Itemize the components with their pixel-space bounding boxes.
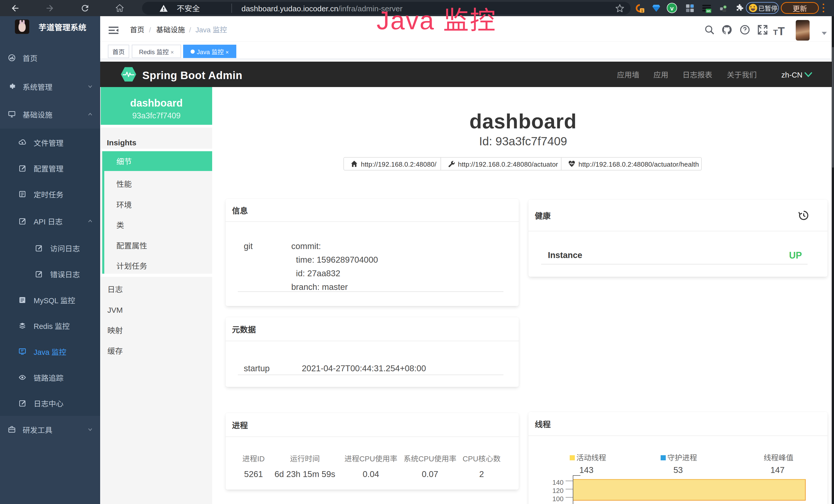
svg-text:on: on	[707, 8, 710, 13]
svg-text:1: 1	[641, 8, 643, 13]
